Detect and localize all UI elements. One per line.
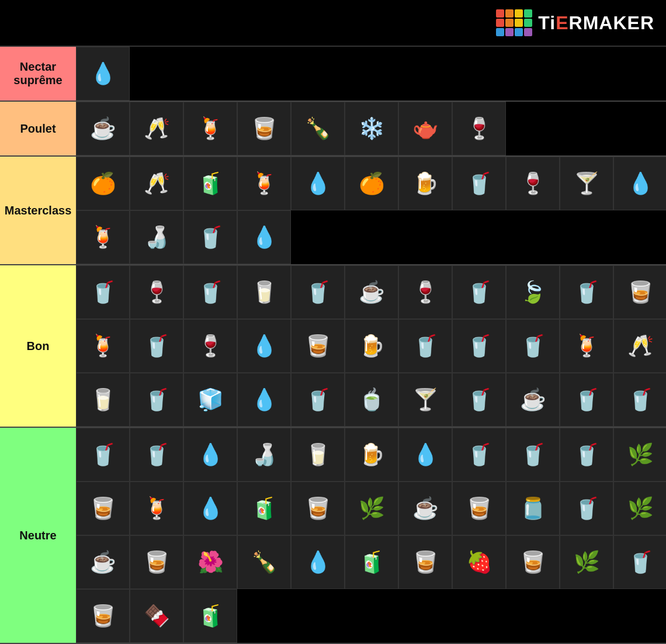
item: 🥂 (130, 157, 183, 210)
tier-label-neutre: Neutre (0, 428, 76, 643)
item: 🥃 (76, 482, 130, 535)
item: 🥃 (613, 265, 666, 319)
item: 🍾 (291, 102, 345, 155)
tier-neutre: Neutre 🥤 🥤 💧 🍶 🥛 🍺 💧 🥤 🥤 🥤 🌿 🥃 🍹 💧 (0, 428, 666, 644)
dark-fill (506, 102, 666, 155)
tier-label-nectar: Nectar suprême (0, 47, 76, 101)
dark-fill (237, 589, 666, 643)
item: 🍹 (76, 319, 130, 373)
item: 🧃 (345, 535, 398, 589)
item: 🥤 (560, 373, 613, 427)
item: 🌿 (613, 428, 666, 482)
item: 🌺 (183, 535, 237, 589)
item: 🍸 (560, 157, 613, 210)
tier-poulet: Poulet ☕ 🥂 🍹 🥃 🍾 ❄️ 🫖 🍷 (0, 102, 666, 157)
item: 💧 (613, 157, 666, 210)
item: 🥛 (291, 428, 345, 482)
item: 🥤 (560, 482, 613, 535)
item: 🥂 (613, 319, 666, 373)
item: 🥂 (130, 102, 183, 155)
item: 🥤 (452, 373, 506, 427)
item: 🥃 (452, 482, 506, 535)
item: 🥛 (76, 373, 130, 427)
item: 🥤 (452, 265, 506, 319)
item: ☕ (76, 102, 130, 155)
item: 🥤 (613, 373, 666, 427)
item: 🥤 (130, 319, 183, 373)
item: ❄️ (345, 102, 398, 155)
item: 💧 (237, 373, 291, 427)
item: 🧃 (183, 157, 237, 210)
item: 🥤 (291, 265, 345, 319)
item: 💧 (237, 210, 291, 264)
header: TiERMAKER (0, 0, 666, 47)
item: 🥤 (452, 157, 506, 210)
item: 🥃 (506, 535, 560, 589)
tier-content-nectar: 💧 (76, 47, 666, 101)
item: 💧 (183, 482, 237, 535)
item: 🥤 (452, 428, 506, 482)
dark-fill (291, 210, 666, 264)
item: 🥤 (183, 210, 237, 264)
item: 🥤 (130, 428, 183, 482)
item: 🥤 (452, 319, 506, 373)
item: 🥤 (291, 373, 345, 427)
item: 🍃 (506, 265, 560, 319)
item: 💧 (183, 428, 237, 482)
item: 🥃 (130, 535, 183, 589)
item: 🥃 (398, 535, 452, 589)
logo-text: TiERMAKER (538, 12, 654, 34)
item: ☕ (398, 482, 452, 535)
item: 🧃 (237, 482, 291, 535)
item: 🍊 (76, 157, 130, 210)
tier-content-neutre: 🥤 🥤 💧 🍶 🥛 🍺 💧 🥤 🥤 🥤 🌿 🥃 🍹 💧 🧃 🥃 🌿 (76, 428, 666, 643)
item: 🥤 (560, 265, 613, 319)
tier-bon: Bon 🥤 🍷 🥤 🥛 🥤 ☕ 🍷 🥤 🍃 🥤 🥃 🍹 🥤 🍷 💧 (0, 265, 666, 428)
item: 🥤 (76, 428, 130, 482)
item: 🍶 (130, 210, 183, 264)
item: 🍺 (345, 319, 398, 373)
item: 🫖 (398, 102, 452, 155)
item: 🍺 (345, 428, 398, 482)
tier-content-bon: 🥤 🍷 🥤 🥛 🥤 ☕ 🍷 🥤 🍃 🥤 🥃 🍹 🥤 🍷 💧 🥃 🍺 (76, 265, 666, 427)
tier-label-masterclass: Masterclass (0, 157, 76, 264)
item: 🍾 (237, 535, 291, 589)
item: ☕ (506, 373, 560, 427)
item: 🥃 (76, 589, 130, 643)
item: 🥃 (237, 102, 291, 155)
tier-masterclass: Masterclass 🍊 🥂 🧃 🍹 💧 🍊 🍺 🥤 🍷 🍸 💧 🍹 🍶 🥤 (0, 157, 666, 265)
item: 🍸 (398, 373, 452, 427)
item: 🍶 (237, 428, 291, 482)
item: 🧊 (183, 373, 237, 427)
item: 🍓 (452, 535, 506, 589)
item: 🍷 (452, 102, 506, 155)
tier-nectar: Nectar suprême 💧 (0, 47, 666, 102)
tier-label-poulet: Poulet (0, 102, 76, 155)
item: 🥤 (613, 535, 666, 589)
item: 🍷 (130, 265, 183, 319)
item: 💧 (398, 428, 452, 482)
item: 🍊 (345, 157, 398, 210)
tier-content-poulet: ☕ 🥂 🍹 🥃 🍾 ❄️ 🫖 🍷 (76, 102, 666, 155)
tier-label-bon: Bon (0, 265, 76, 427)
item: 🥤 (398, 319, 452, 373)
item: 🍹 (76, 210, 130, 264)
item: 🌿 (560, 535, 613, 589)
item: ☕ (345, 265, 398, 319)
page-wrapper: TiERMAKER Nectar suprême 💧 Poulet ☕ 🥂 🍹 … (0, 0, 666, 644)
item: 🍫 (130, 589, 183, 643)
item: 🫙 (506, 482, 560, 535)
item: 🍷 (506, 157, 560, 210)
item: 🍹 (237, 157, 291, 210)
item: 🥤 (76, 265, 130, 319)
item: 🌿 (613, 482, 666, 535)
item: 🥤 (506, 428, 560, 482)
item: 💧 (291, 157, 345, 210)
item: 💧 (76, 47, 130, 101)
item: 🍷 (183, 319, 237, 373)
item: 🍹 (183, 102, 237, 155)
item: 🍹 (560, 319, 613, 373)
item: 🥤 (506, 319, 560, 373)
tier-content-masterclass: 🍊 🥂 🧃 🍹 💧 🍊 🍺 🥤 🍷 🍸 💧 🍹 🍶 🥤 💧 (76, 157, 666, 264)
logo: TiERMAKER (496, 9, 654, 36)
